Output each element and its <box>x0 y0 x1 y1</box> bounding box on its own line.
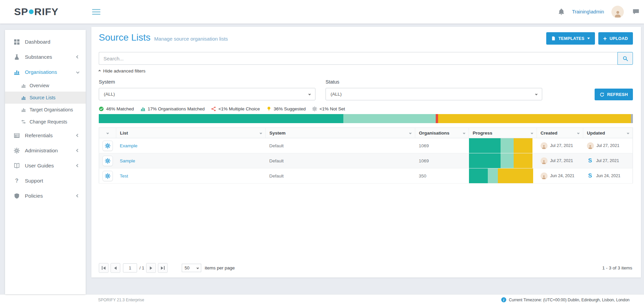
notifications-bell-icon[interactable] <box>558 8 565 15</box>
chevron-down-icon <box>463 132 465 134</box>
table-header-row: List System Organisations Progress Creat… <box>99 128 633 138</box>
progress-segment-matched <box>99 114 343 123</box>
shield-icon <box>14 193 20 199</box>
gear-icon <box>105 143 111 149</box>
chevron-left-icon <box>76 55 80 59</box>
row-progress-bar <box>469 153 537 168</box>
chevron-down-icon <box>106 132 109 134</box>
upload-button[interactable]: + UPLOAD <box>598 32 633 45</box>
page-header-row: Source Lists Manage source organisation … <box>99 32 633 45</box>
list-link[interactable]: Test <box>120 173 128 179</box>
chevron-down-icon <box>308 93 311 95</box>
templates-button[interactable]: TEMPLATES <box>546 32 595 45</box>
search-button[interactable] <box>617 52 633 65</box>
sidebar-item-organisations[interactable]: Organisations <box>5 64 86 80</box>
system-select[interactable]: (ALL) <box>99 88 315 100</box>
search-input[interactable] <box>99 52 617 65</box>
table-icon <box>14 133 20 139</box>
chevron-left-icon <box>76 164 80 167</box>
items-per-page-select[interactable]: 50 <box>182 264 201 272</box>
list-link[interactable]: Sample <box>120 158 135 163</box>
sidebar-item-referentials[interactable]: Referentials <box>5 128 86 143</box>
sidebar-item-label: Organisations <box>25 69 57 75</box>
sidebar-item-overview[interactable]: Overview <box>5 80 86 92</box>
sidebar-item-policies[interactable]: Policies <box>5 188 86 203</box>
previous-page-button[interactable] <box>111 263 120 273</box>
column-header-organisations[interactable]: Organisations <box>415 128 469 138</box>
plus-icon: + <box>603 36 607 42</box>
app-shell: Dashboard Substances Organisations Overv… <box>0 23 644 294</box>
last-page-button[interactable] <box>158 263 168 273</box>
chevron-down-icon <box>197 267 199 269</box>
page-number-input[interactable] <box>123 263 137 272</box>
created-cell: Jul 27, 2021 <box>541 157 579 164</box>
app-footer: SPORIFY 21.3 Enterprise i Current Timezo… <box>0 294 644 305</box>
sidebar-subitem-label: Target Organisations <box>30 107 73 112</box>
sidebar-item-dashboard[interactable]: Dashboard <box>5 34 86 49</box>
sidebar-item-label: User Guides <box>25 163 54 169</box>
sidebar-item-user-guides[interactable]: User Guides <box>5 158 86 173</box>
legend-not-set: <1% Not Set <box>312 106 345 111</box>
created-cell: Jun 24, 2021 <box>541 172 579 180</box>
sidebar-toggle-icon[interactable] <box>92 9 100 15</box>
chat-icon[interactable] <box>633 8 639 15</box>
sidebar-item-label: Administration <box>25 148 58 154</box>
chevron-down-icon <box>627 132 629 134</box>
items-per-page-label: items per page <box>205 265 234 270</box>
sidebar-item-label: Support <box>25 178 43 184</box>
legend-organisations-matched: 17% Organisations Matched <box>140 106 205 111</box>
sidebar-item-change-requests[interactable]: Change Requests <box>5 116 86 128</box>
logged-in-user[interactable]: Training\admin <box>572 9 604 14</box>
user-avatar-icon <box>541 157 548 164</box>
row-settings-button[interactable] <box>102 156 113 166</box>
column-header-progress[interactable]: Progress <box>469 128 537 138</box>
row-settings-button[interactable] <box>102 141 113 151</box>
first-page-button[interactable] <box>99 263 109 273</box>
column-header-system[interactable]: System <box>266 128 415 138</box>
sidebar-item-support[interactable]: ? Support <box>5 173 86 188</box>
updated-cell: Jul 27, 2021 <box>587 142 629 149</box>
advanced-filters-row: System (ALL) Status (ALL) REFRESH <box>99 79 633 100</box>
swap-arrows-icon <box>21 119 26 124</box>
main-content: Source Lists Manage source organisation … <box>86 23 644 294</box>
sidebar: Dashboard Substances Organisations Overv… <box>5 30 86 294</box>
file-icon <box>551 36 556 41</box>
sidebar-item-substances[interactable]: Substances <box>5 49 86 64</box>
user-avatar[interactable] <box>611 6 624 18</box>
table-row: Test Default 350 Jun 24, 2021 <box>99 168 633 184</box>
user-avatar-icon <box>587 142 594 149</box>
logo-text-post: RIFY <box>34 6 58 17</box>
sidebar-subitem-label: Overview <box>30 83 49 88</box>
column-header-list[interactable]: List <box>116 128 266 138</box>
bar-chart-icon <box>21 95 26 100</box>
organisations-submenu: Overview Source Lists Target Organisatio… <box>5 80 86 128</box>
top-header: SPRIFY Training\admin <box>0 0 644 23</box>
updated-cell: SJul 27, 2021 <box>587 157 629 164</box>
gear-icon <box>312 106 317 111</box>
hide-advanced-filters-toggle[interactable]: Hide advanced filters <box>99 68 145 73</box>
sidebar-item-source-lists[interactable]: Source Lists <box>5 92 86 104</box>
version-label: SPORIFY 21.3 Enterprise <box>98 298 144 302</box>
sporify-s-icon: S <box>587 157 594 164</box>
progress-legend: 46% Matched 17% Organisations Matched <1… <box>99 106 633 111</box>
app-logo[interactable]: SPRIFY <box>14 6 58 17</box>
row-settings-button[interactable] <box>102 171 113 181</box>
chevron-down-icon <box>535 93 538 95</box>
legend-suggested: 36% Suggested <box>266 106 306 111</box>
list-link[interactable]: Example <box>120 143 138 148</box>
progress-segment-organisations-matched <box>343 114 436 123</box>
progress-segment-suggested <box>438 114 631 123</box>
timezone-info: i Current Timezone: (UTC+00:00) Dublin, … <box>501 297 630 302</box>
column-header-updated[interactable]: Updated <box>583 128 633 138</box>
sporify-s-icon: S <box>587 172 594 179</box>
sidebar-item-target-organisations[interactable]: Target Organisations <box>5 104 86 116</box>
column-menu-header[interactable] <box>99 128 116 138</box>
source-lists-panel: Source Lists Manage source organisation … <box>91 27 641 277</box>
status-select[interactable]: (ALL) <box>326 88 542 100</box>
column-header-created[interactable]: Created <box>537 128 583 138</box>
refresh-button[interactable]: REFRESH <box>595 89 633 100</box>
next-page-button[interactable] <box>146 263 156 273</box>
sidebar-item-administration[interactable]: Administration <box>5 143 86 158</box>
row-progress-bar <box>469 138 537 153</box>
share-icon <box>211 106 216 111</box>
